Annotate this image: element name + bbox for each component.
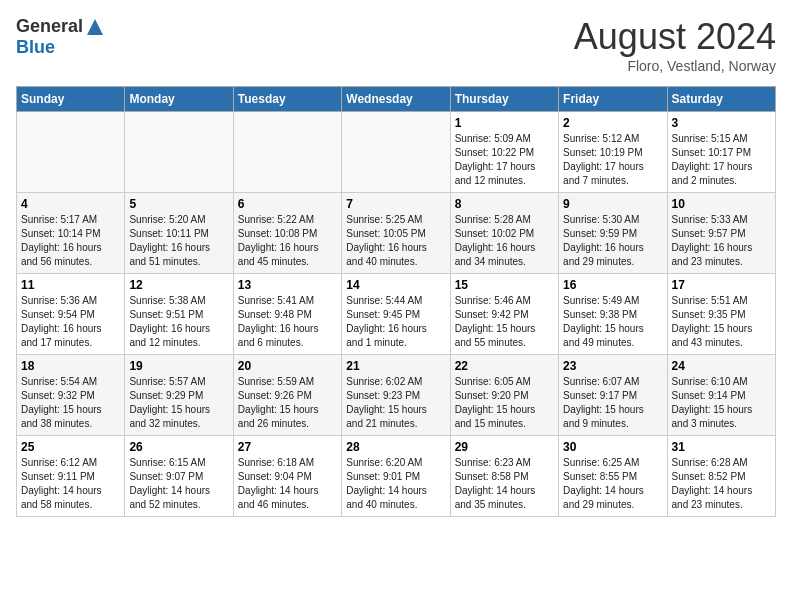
day-number: 27 bbox=[238, 440, 337, 454]
cell-info: Sunrise: 6:23 AM Sunset: 8:58 PM Dayligh… bbox=[455, 456, 554, 512]
logo: General Blue bbox=[16, 16, 105, 58]
day-number: 7 bbox=[346, 197, 445, 211]
day-number: 23 bbox=[563, 359, 662, 373]
calendar-cell: 30Sunrise: 6:25 AM Sunset: 8:55 PM Dayli… bbox=[559, 436, 667, 517]
day-number: 19 bbox=[129, 359, 228, 373]
calendar-week-row: 11Sunrise: 5:36 AM Sunset: 9:54 PM Dayli… bbox=[17, 274, 776, 355]
month-title: August 2024 bbox=[574, 16, 776, 58]
calendar-cell: 10Sunrise: 5:33 AM Sunset: 9:57 PM Dayli… bbox=[667, 193, 775, 274]
cell-info: Sunrise: 5:20 AM Sunset: 10:11 PM Daylig… bbox=[129, 213, 228, 269]
day-number: 9 bbox=[563, 197, 662, 211]
logo-blue: Blue bbox=[16, 37, 55, 58]
day-number: 6 bbox=[238, 197, 337, 211]
calendar-cell: 23Sunrise: 6:07 AM Sunset: 9:17 PM Dayli… bbox=[559, 355, 667, 436]
calendar-cell: 31Sunrise: 6:28 AM Sunset: 8:52 PM Dayli… bbox=[667, 436, 775, 517]
day-number: 29 bbox=[455, 440, 554, 454]
header-tuesday: Tuesday bbox=[233, 87, 341, 112]
calendar-cell: 28Sunrise: 6:20 AM Sunset: 9:01 PM Dayli… bbox=[342, 436, 450, 517]
header-friday: Friday bbox=[559, 87, 667, 112]
cell-info: Sunrise: 6:10 AM Sunset: 9:14 PM Dayligh… bbox=[672, 375, 771, 431]
cell-info: Sunrise: 6:20 AM Sunset: 9:01 PM Dayligh… bbox=[346, 456, 445, 512]
cell-info: Sunrise: 5:25 AM Sunset: 10:05 PM Daylig… bbox=[346, 213, 445, 269]
calendar-cell: 21Sunrise: 6:02 AM Sunset: 9:23 PM Dayli… bbox=[342, 355, 450, 436]
header-thursday: Thursday bbox=[450, 87, 558, 112]
cell-info: Sunrise: 5:57 AM Sunset: 9:29 PM Dayligh… bbox=[129, 375, 228, 431]
day-number: 10 bbox=[672, 197, 771, 211]
calendar-week-row: 1Sunrise: 5:09 AM Sunset: 10:22 PM Dayli… bbox=[17, 112, 776, 193]
title-block: August 2024 Floro, Vestland, Norway bbox=[574, 16, 776, 74]
cell-info: Sunrise: 5:17 AM Sunset: 10:14 PM Daylig… bbox=[21, 213, 120, 269]
calendar-cell: 3Sunrise: 5:15 AM Sunset: 10:17 PM Dayli… bbox=[667, 112, 775, 193]
cell-info: Sunrise: 6:02 AM Sunset: 9:23 PM Dayligh… bbox=[346, 375, 445, 431]
cell-info: Sunrise: 5:28 AM Sunset: 10:02 PM Daylig… bbox=[455, 213, 554, 269]
header-saturday: Saturday bbox=[667, 87, 775, 112]
day-number: 21 bbox=[346, 359, 445, 373]
calendar-cell: 22Sunrise: 6:05 AM Sunset: 9:20 PM Dayli… bbox=[450, 355, 558, 436]
calendar-cell: 5Sunrise: 5:20 AM Sunset: 10:11 PM Dayli… bbox=[125, 193, 233, 274]
day-number: 11 bbox=[21, 278, 120, 292]
page-header: General Blue August 2024 Floro, Vestland… bbox=[16, 16, 776, 74]
day-number: 3 bbox=[672, 116, 771, 130]
calendar-cell: 14Sunrise: 5:44 AM Sunset: 9:45 PM Dayli… bbox=[342, 274, 450, 355]
day-number: 26 bbox=[129, 440, 228, 454]
svg-marker-0 bbox=[87, 19, 103, 35]
calendar-week-row: 18Sunrise: 5:54 AM Sunset: 9:32 PM Dayli… bbox=[17, 355, 776, 436]
header-monday: Monday bbox=[125, 87, 233, 112]
calendar-cell bbox=[17, 112, 125, 193]
day-number: 20 bbox=[238, 359, 337, 373]
day-number: 2 bbox=[563, 116, 662, 130]
cell-info: Sunrise: 5:15 AM Sunset: 10:17 PM Daylig… bbox=[672, 132, 771, 188]
day-number: 25 bbox=[21, 440, 120, 454]
day-number: 22 bbox=[455, 359, 554, 373]
calendar-table: SundayMondayTuesdayWednesdayThursdayFrid… bbox=[16, 86, 776, 517]
cell-info: Sunrise: 5:54 AM Sunset: 9:32 PM Dayligh… bbox=[21, 375, 120, 431]
day-number: 30 bbox=[563, 440, 662, 454]
calendar-cell: 19Sunrise: 5:57 AM Sunset: 9:29 PM Dayli… bbox=[125, 355, 233, 436]
location: Floro, Vestland, Norway bbox=[574, 58, 776, 74]
calendar-cell: 18Sunrise: 5:54 AM Sunset: 9:32 PM Dayli… bbox=[17, 355, 125, 436]
calendar-cell: 29Sunrise: 6:23 AM Sunset: 8:58 PM Dayli… bbox=[450, 436, 558, 517]
calendar-cell: 13Sunrise: 5:41 AM Sunset: 9:48 PM Dayli… bbox=[233, 274, 341, 355]
cell-info: Sunrise: 5:46 AM Sunset: 9:42 PM Dayligh… bbox=[455, 294, 554, 350]
cell-info: Sunrise: 5:22 AM Sunset: 10:08 PM Daylig… bbox=[238, 213, 337, 269]
cell-info: Sunrise: 5:41 AM Sunset: 9:48 PM Dayligh… bbox=[238, 294, 337, 350]
calendar-cell: 25Sunrise: 6:12 AM Sunset: 9:11 PM Dayli… bbox=[17, 436, 125, 517]
logo-icon bbox=[85, 17, 105, 37]
calendar-cell: 12Sunrise: 5:38 AM Sunset: 9:51 PM Dayli… bbox=[125, 274, 233, 355]
calendar-cell: 27Sunrise: 6:18 AM Sunset: 9:04 PM Dayli… bbox=[233, 436, 341, 517]
cell-info: Sunrise: 5:59 AM Sunset: 9:26 PM Dayligh… bbox=[238, 375, 337, 431]
cell-info: Sunrise: 5:51 AM Sunset: 9:35 PM Dayligh… bbox=[672, 294, 771, 350]
cell-info: Sunrise: 6:28 AM Sunset: 8:52 PM Dayligh… bbox=[672, 456, 771, 512]
calendar-cell: 17Sunrise: 5:51 AM Sunset: 9:35 PM Dayli… bbox=[667, 274, 775, 355]
cell-info: Sunrise: 5:38 AM Sunset: 9:51 PM Dayligh… bbox=[129, 294, 228, 350]
calendar-cell: 2Sunrise: 5:12 AM Sunset: 10:19 PM Dayli… bbox=[559, 112, 667, 193]
day-number: 12 bbox=[129, 278, 228, 292]
day-number: 13 bbox=[238, 278, 337, 292]
day-number: 17 bbox=[672, 278, 771, 292]
calendar-cell: 8Sunrise: 5:28 AM Sunset: 10:02 PM Dayli… bbox=[450, 193, 558, 274]
calendar-header-row: SundayMondayTuesdayWednesdayThursdayFrid… bbox=[17, 87, 776, 112]
calendar-cell bbox=[342, 112, 450, 193]
day-number: 28 bbox=[346, 440, 445, 454]
calendar-week-row: 25Sunrise: 6:12 AM Sunset: 9:11 PM Dayli… bbox=[17, 436, 776, 517]
calendar-week-row: 4Sunrise: 5:17 AM Sunset: 10:14 PM Dayli… bbox=[17, 193, 776, 274]
cell-info: Sunrise: 6:15 AM Sunset: 9:07 PM Dayligh… bbox=[129, 456, 228, 512]
cell-info: Sunrise: 6:12 AM Sunset: 9:11 PM Dayligh… bbox=[21, 456, 120, 512]
calendar-cell: 7Sunrise: 5:25 AM Sunset: 10:05 PM Dayli… bbox=[342, 193, 450, 274]
day-number: 31 bbox=[672, 440, 771, 454]
calendar-cell: 20Sunrise: 5:59 AM Sunset: 9:26 PM Dayli… bbox=[233, 355, 341, 436]
calendar-cell: 26Sunrise: 6:15 AM Sunset: 9:07 PM Dayli… bbox=[125, 436, 233, 517]
logo-general: General bbox=[16, 16, 83, 37]
calendar-cell: 15Sunrise: 5:46 AM Sunset: 9:42 PM Dayli… bbox=[450, 274, 558, 355]
cell-info: Sunrise: 5:36 AM Sunset: 9:54 PM Dayligh… bbox=[21, 294, 120, 350]
day-number: 14 bbox=[346, 278, 445, 292]
header-wednesday: Wednesday bbox=[342, 87, 450, 112]
calendar-cell: 9Sunrise: 5:30 AM Sunset: 9:59 PM Daylig… bbox=[559, 193, 667, 274]
calendar-cell bbox=[125, 112, 233, 193]
calendar-cell bbox=[233, 112, 341, 193]
calendar-cell: 1Sunrise: 5:09 AM Sunset: 10:22 PM Dayli… bbox=[450, 112, 558, 193]
cell-info: Sunrise: 5:44 AM Sunset: 9:45 PM Dayligh… bbox=[346, 294, 445, 350]
calendar-cell: 11Sunrise: 5:36 AM Sunset: 9:54 PM Dayli… bbox=[17, 274, 125, 355]
day-number: 4 bbox=[21, 197, 120, 211]
calendar-cell: 4Sunrise: 5:17 AM Sunset: 10:14 PM Dayli… bbox=[17, 193, 125, 274]
